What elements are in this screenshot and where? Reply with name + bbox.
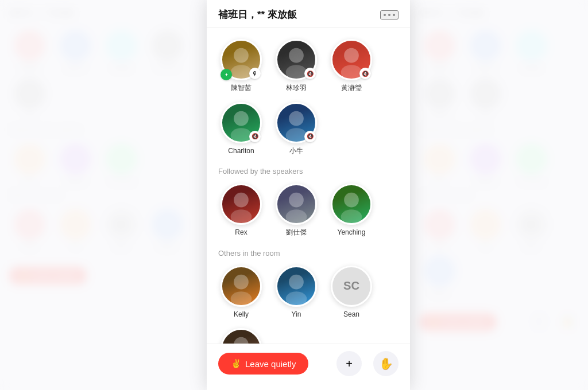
svg-point-16	[234, 275, 249, 290]
bottom-actions: + ✋	[336, 351, 399, 376]
followed-grid: Rex 劉仕傑 Yenching	[218, 184, 399, 237]
svg-point-2	[289, 48, 304, 63]
mic-badge-林珍羽	[304, 68, 316, 79]
svg-point-7	[231, 128, 252, 143]
frosted-right	[410, 0, 588, 390]
speaker-item-Rex[interactable]: Rex	[218, 184, 264, 237]
mic-badge-小牛	[304, 131, 316, 142]
speaker-item-Kelly[interactable]: Kelly	[218, 266, 264, 319]
svg-point-17	[231, 291, 252, 306]
add-people-button[interactable]: +	[336, 351, 362, 376]
speaker-name: Yenching	[338, 228, 366, 237]
speaker-name: 陳智茵	[231, 84, 252, 93]
svg-point-1	[231, 65, 252, 80]
others-grid: Kelly YinSCSean Walter	[218, 266, 399, 344]
svg-point-5	[341, 65, 362, 80]
room-content: ✦陳智茵 林珍羽 黃瀞瑩 Charlton 小牛 Followed by the…	[207, 28, 410, 344]
raise-hand-button[interactable]: ✋	[373, 351, 399, 376]
speaker-name: 黃瀞瑩	[341, 84, 362, 93]
speaker-item-Charlton[interactable]: Charlton	[218, 102, 264, 156]
speaker-name: Sean	[343, 310, 359, 319]
svg-point-6	[234, 111, 249, 126]
dot-3	[393, 14, 395, 16]
others-section-label: Others in the room	[218, 249, 399, 258]
svg-point-18	[289, 275, 304, 290]
dot-2	[388, 14, 390, 16]
speaker-item-Sean[interactable]: SCSean	[328, 266, 374, 319]
svg-point-11	[231, 209, 252, 224]
svg-point-4	[344, 48, 359, 63]
speaker-name: Yin	[292, 310, 301, 319]
main-room-panel: 補班日，** 來放飯 ✦陳智茵 林珍羽 黃瀞瑩 Charlton	[207, 0, 410, 390]
svg-point-12	[289, 193, 304, 208]
speaker-name: 小牛	[289, 147, 303, 156]
speaker-name: 劉仕傑	[286, 228, 307, 237]
svg-point-14	[344, 193, 359, 208]
speaker-name: Charlton	[228, 147, 254, 156]
speaker-name: Kelly	[234, 310, 249, 319]
svg-point-9	[286, 128, 307, 143]
mic-badge-Charlton	[249, 131, 261, 142]
plus-icon: +	[346, 357, 353, 370]
svg-point-20	[234, 337, 249, 344]
svg-point-3	[286, 65, 307, 80]
svg-point-8	[289, 111, 304, 126]
leave-quietly-button[interactable]: ✌️ Leave quietly	[218, 353, 308, 375]
speaker-item-黃瀞瑩[interactable]: 黃瀞瑩	[328, 39, 374, 93]
room-header: 補班日，** 來放飯	[207, 0, 410, 28]
dot-1	[384, 14, 386, 16]
bottom-action-bar: ✌️ Leave quietly + ✋	[207, 344, 410, 390]
leave-emoji: ✌️	[231, 358, 242, 369]
speaker-item-Yenching[interactable]: Yenching	[328, 184, 374, 237]
svg-point-13	[286, 209, 307, 224]
frosted-left	[0, 0, 207, 390]
speakers-grid: ✦陳智茵 林珍羽 黃瀞瑩 Charlton 小牛	[218, 39, 399, 155]
leave-label: Leave quietly	[245, 359, 296, 369]
more-options-button[interactable]	[380, 10, 399, 20]
mic-badge-黃瀞瑩	[359, 68, 371, 79]
speaker-item-劉仕傑[interactable]: 劉仕傑	[273, 184, 319, 237]
speaker-item-小牛[interactable]: 小牛	[273, 102, 319, 156]
room-title: 補班日，** 來放飯	[218, 8, 297, 21]
speaker-name: 林珍羽	[286, 84, 307, 93]
svg-point-10	[234, 193, 249, 208]
speaker-item-林珍羽[interactable]: 林珍羽	[273, 39, 319, 93]
svg-point-15	[341, 209, 362, 224]
followed-section-label: Followed by the speakers	[218, 167, 399, 176]
hand-icon: ✋	[379, 357, 393, 370]
speaker-item-陳智茵[interactable]: ✦陳智茵	[218, 39, 264, 93]
svg-point-19	[286, 291, 307, 306]
speaker-item-Yin[interactable]: Yin	[273, 266, 319, 319]
host-badge: ✦	[220, 69, 232, 80]
mic-badge-陳智茵	[249, 68, 261, 79]
svg-point-0	[234, 48, 249, 63]
speaker-name: Rex	[235, 228, 247, 237]
speaker-item-Walter[interactable]: Walter	[218, 328, 264, 344]
